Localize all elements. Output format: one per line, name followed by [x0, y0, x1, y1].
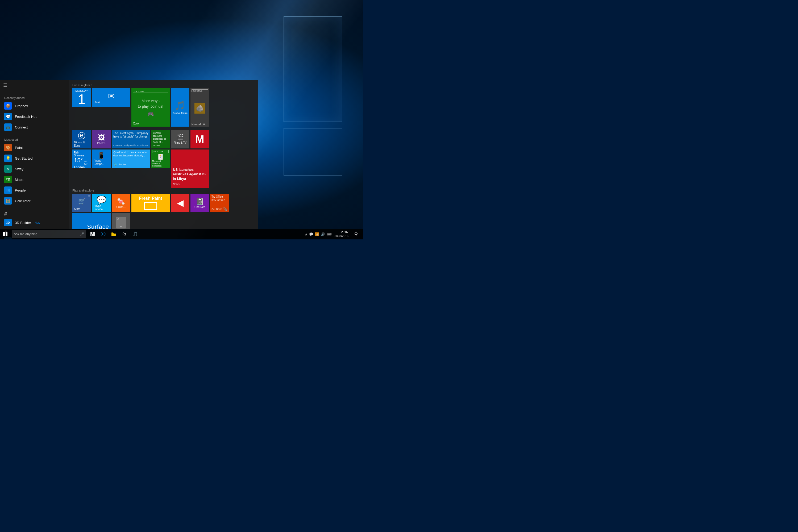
tile-store[interactable]: ⊞ 🛒 Store [72, 194, 91, 212]
app-sway[interactable]: S Sway [0, 164, 69, 174]
windows-logo-upper [284, 16, 342, 122]
xbox-tagline: More ways [141, 99, 159, 103]
row3-grid: Rain Showers 15° 20° 14° London 📱 Phone … [72, 150, 255, 188]
xbox-live-badge: XBOX LIVE [133, 90, 168, 93]
tile-skype[interactable]: 💬 Skype Preview [92, 194, 111, 212]
alpha-header-hash: # [0, 210, 69, 217]
app-get-started[interactable]: 💡 Get Started [0, 153, 69, 164]
tile-news[interactable]: US launches airstrikes against IS in Lib… [171, 150, 209, 188]
weather-high: 20° [84, 160, 88, 163]
weather-condition: Rain Showers [74, 151, 89, 157]
notification-button[interactable]: 🗨 [350, 229, 361, 240]
tile-groove-music[interactable]: 🎵 Groove Music [171, 88, 189, 127]
money-label: Money [153, 144, 168, 147]
tile-solitaire[interactable]: XBOX LIVE 🃏 Microsoft Solitaire Collecti… [151, 150, 170, 168]
svg-rect-2 [3, 234, 5, 236]
maps-icon: 🗺 [4, 176, 12, 183]
skype-icon: 💬 [97, 195, 107, 205]
svg-rect-1 [5, 232, 7, 234]
volume-icon[interactable]: 🔊 [321, 232, 325, 236]
start-button[interactable] [0, 229, 11, 240]
app-feedback-hub[interactable]: 💬 Feedback Hub [0, 111, 69, 122]
svg-rect-6 [91, 234, 92, 236]
maps-label: Maps [15, 178, 23, 182]
file-explorer-taskbar-button[interactable] [109, 229, 119, 240]
app-maps[interactable]: 🗺 Maps [0, 174, 69, 185]
news-label: News [173, 183, 207, 186]
skype-label: Skype Preview [94, 205, 109, 211]
app-connect[interactable]: 📺 Connect [0, 122, 69, 132]
pdf-icon: ⬡ pdf [116, 217, 126, 228]
tile-candy-crush[interactable]: 🍬 Crush... [112, 194, 130, 212]
tile-surface[interactable]: Surface [72, 213, 111, 229]
groove-label: Groove Music [173, 112, 188, 114]
tile-twitter[interactable]: @realDonaldT... Mr. Khan, who does not k… [112, 150, 150, 168]
tile-edge[interactable]: ⓔ Microsoft Edge [72, 130, 91, 148]
app-paint[interactable]: 🎨 Paint [0, 142, 69, 153]
row4-grid: ⊞ 🛒 Store 💬 Skype Preview 🍬 Crush... Fre… [72, 194, 255, 212]
app-dropbox[interactable]: 📦 Dropbox [0, 100, 69, 111]
people-icon: 👥 [4, 187, 12, 194]
tile-flipboard[interactable]: ◀ [171, 194, 189, 212]
clock-time: 23:07 [334, 230, 348, 234]
chevron-up-icon[interactable]: ∧ [305, 232, 307, 236]
photos-icon: 🖼 [98, 134, 105, 142]
media-taskbar-button[interactable]: 🎵 [130, 229, 140, 240]
tile-weather[interactable]: Rain Showers 15° 20° 14° London [72, 150, 91, 168]
start-left-panel: ☰ Recently added 📦 Dropbox 💬 Feedback Hu… [0, 80, 69, 229]
edge-taskbar-button[interactable]: ⓔ [98, 229, 109, 240]
dropbox-label: Dropbox [15, 104, 28, 108]
mail-icon: ✉ [108, 92, 115, 101]
tile-pdf-architect[interactable]: ⬡ pdf [112, 213, 130, 229]
surface-label: Surface [87, 224, 109, 229]
tile-fresh-paint[interactable]: Fresh Paint [131, 194, 170, 212]
tile-mail[interactable]: ✉ Mail [92, 88, 130, 107]
store-taskbar-button[interactable]: 🛍 [119, 229, 130, 240]
network-icon: 📶 [315, 232, 319, 236]
svg-rect-0 [3, 232, 5, 234]
taskbar-clock[interactable]: 23:07 01/08/2016 [334, 230, 348, 238]
hamburger-button[interactable]: ☰ [0, 80, 69, 91]
weather-temp: 15° [74, 157, 83, 164]
paint-icon: 🎨 [4, 144, 12, 151]
tile-cortana-news[interactable]: The Latest: Ryan: Trump may have to "str… [112, 130, 150, 148]
svg-rect-3 [5, 234, 7, 236]
life-at-glance-label: Life at a glance [72, 83, 255, 87]
phone-label: Phone Compa... [94, 159, 109, 166]
minecraft-img: 🪨 [191, 93, 208, 123]
start-menu: ☰ Recently added 📦 Dropbox 💬 Feedback Hu… [0, 80, 258, 229]
divider-2 [0, 208, 69, 208]
get-started-label: Get Started [15, 156, 33, 160]
tile-xbox[interactable]: XBOX LIVE More ways to play. Join us! 🎮 … [131, 88, 170, 127]
tile-phone-companion[interactable]: 📱 Phone Compa... [92, 150, 111, 168]
tile-m[interactable]: M [190, 130, 209, 148]
get-office-label: Try Office 365 for free [211, 195, 227, 202]
cortana-headline: The Latest: Ryan: Trump may have to "str… [113, 131, 148, 138]
xbox-text: to play. Join us! [138, 104, 163, 109]
tile-calendar[interactable]: Monday 1 [72, 88, 91, 107]
taskbar-search[interactable]: Ask me anything 🎤 [12, 230, 86, 238]
xbox-label: Xbox [133, 122, 139, 125]
tile-get-office[interactable]: Try Office 365 for free Get Office 📎 [210, 194, 229, 212]
app-3d-builder[interactable]: 3D 3D Builder New [0, 217, 69, 228]
twitter-content: @realDonaldT... Mr. Khan, who does not k… [113, 151, 148, 157]
svg-rect-4 [91, 232, 92, 234]
twitter-label: Twitter [119, 163, 126, 166]
start-tiles-panel: Life at a glance Monday 1 ✉ Mail XBOX LI… [69, 80, 258, 229]
app-people[interactable]: 👥 People [0, 185, 69, 195]
tile-onenote[interactable]: 📓 OneNote [190, 194, 209, 212]
row5-grid: Surface ⬡ pdf [72, 213, 255, 229]
app-calculator[interactable]: 🧮 Calculator [0, 195, 69, 206]
weather-city: London [74, 166, 89, 168]
life-at-glance-grid: Monday 1 ✉ Mail XBOX LIVE More ways to p… [72, 88, 255, 127]
m-letter: M [195, 133, 204, 145]
tile-films-tv[interactable]: 🎬 Films & TV [171, 130, 189, 148]
get-office-icon: 📎 [223, 207, 227, 211]
tile-money[interactable]: Savings accounts disappear as Bank of...… [151, 130, 170, 148]
calculator-label: Calculator [15, 199, 31, 203]
task-view-button[interactable] [87, 229, 98, 240]
onenote-label: OneNote [194, 206, 205, 209]
tile-minecraft[interactable]: XBOX LIVE 🪨 Minecraft: Wi... [190, 88, 209, 127]
tile-photos[interactable]: 🖼 Photos [92, 130, 111, 148]
search-text: Ask me anything [14, 232, 80, 236]
